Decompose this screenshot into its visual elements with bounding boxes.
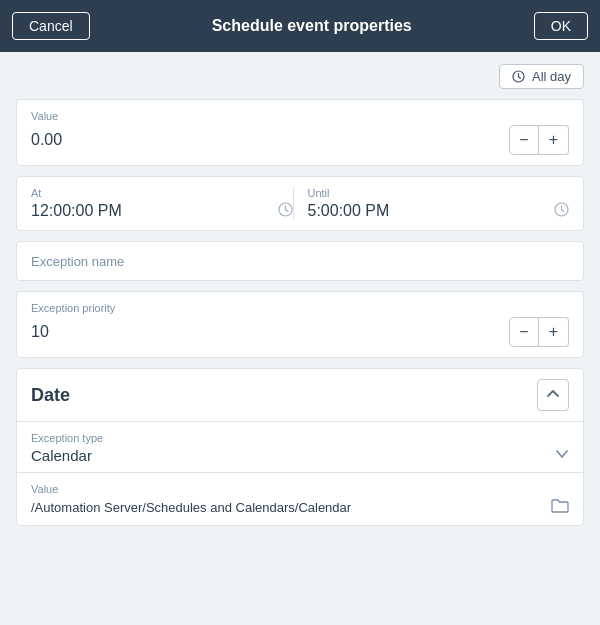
exception-type-row: Calendar xyxy=(31,447,569,464)
date-title: Date xyxy=(31,385,70,406)
until-field: Until 5:00:00 PM xyxy=(293,187,570,220)
date-body: Exception type Calendar Value /Automatio… xyxy=(17,421,583,525)
value-field-section: Value 0.00 − + xyxy=(16,99,584,166)
exception-name-label: Exception name xyxy=(31,254,124,269)
value-decrement-button[interactable]: − xyxy=(509,125,539,155)
date-value-label: Value xyxy=(31,483,569,495)
value-increment-button[interactable]: + xyxy=(539,125,569,155)
value-label: Value xyxy=(31,110,569,122)
header: Cancel Schedule event properties OK xyxy=(0,0,600,52)
clock-icon xyxy=(512,70,526,84)
time-section: At 12:00:00 PM Until 5:00:00 PM xyxy=(16,176,584,231)
svg-line-8 xyxy=(562,210,565,212)
at-value: 12:00:00 PM xyxy=(31,202,122,220)
at-field: At 12:00:00 PM xyxy=(31,187,293,220)
exception-type-label: Exception type xyxy=(31,432,569,444)
ok-button[interactable]: OK xyxy=(534,12,588,40)
until-label: Until xyxy=(308,187,570,199)
page-title: Schedule event properties xyxy=(212,17,412,35)
chevron-up-icon xyxy=(546,387,560,404)
allday-label: All day xyxy=(532,69,571,84)
dropdown-arrow-icon xyxy=(555,447,569,464)
allday-row: All day xyxy=(16,64,584,89)
priority-value: 10 xyxy=(31,323,49,341)
exception-type-value: Calendar xyxy=(31,447,92,464)
until-value: 5:00:00 PM xyxy=(308,202,390,220)
priority-increment-button[interactable]: + xyxy=(539,317,569,347)
exception-name-section: Exception name xyxy=(16,241,584,281)
date-section: Date Exception type Calendar xyxy=(16,368,584,526)
exception-type-field: Exception type Calendar xyxy=(17,422,583,473)
value-stepper: − + xyxy=(509,125,569,155)
at-label: At xyxy=(31,187,293,199)
priority-row: 10 − + xyxy=(31,317,569,347)
at-clock-icon xyxy=(278,202,293,220)
allday-button[interactable]: All day xyxy=(499,64,584,89)
date-value-row: /Automation Server/Schedules and Calenda… xyxy=(31,498,569,517)
svg-line-2 xyxy=(519,77,521,78)
at-row: 12:00:00 PM xyxy=(31,202,293,220)
priority-section: Exception priority 10 − + xyxy=(16,291,584,358)
value-display: 0.00 xyxy=(31,131,62,149)
priority-label: Exception priority xyxy=(31,302,569,314)
svg-line-5 xyxy=(285,210,288,212)
folder-icon xyxy=(551,498,569,517)
priority-decrement-button[interactable]: − xyxy=(509,317,539,347)
date-value-field: Value /Automation Server/Schedules and C… xyxy=(17,473,583,525)
content-area: All day Value 0.00 − + At 12:00:00 PM xyxy=(0,52,600,625)
cancel-button[interactable]: Cancel xyxy=(12,12,90,40)
until-row: 5:00:00 PM xyxy=(308,202,570,220)
date-collapse-button[interactable] xyxy=(537,379,569,411)
date-value-display: /Automation Server/Schedules and Calenda… xyxy=(31,500,351,515)
date-header[interactable]: Date xyxy=(17,369,583,421)
priority-stepper: − + xyxy=(509,317,569,347)
value-row: 0.00 − + xyxy=(31,125,569,155)
until-clock-icon xyxy=(554,202,569,220)
